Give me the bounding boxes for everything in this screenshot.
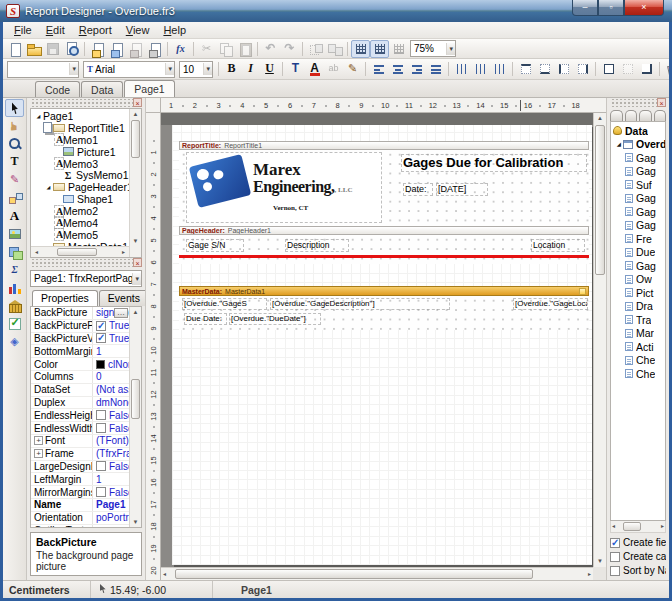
menu-view[interactable]: View — [119, 23, 157, 37]
data-field-item[interactable]: Acti — [611, 340, 665, 354]
band-header-pageheader[interactable]: PageHeader: PageHeader1 — [179, 226, 589, 235]
menu-help[interactable]: Help — [156, 23, 193, 37]
design-hscrollbar[interactable]: ◂ ▸ — [161, 567, 593, 580]
underline-button[interactable]: U — [260, 60, 279, 78]
tab-events[interactable]: Events — [99, 290, 146, 306]
panel-tab[interactable] — [654, 110, 667, 121]
panel-tab[interactable] — [625, 110, 638, 121]
format-copy-tool[interactable]: ✎ — [5, 171, 24, 189]
tab-code[interactable]: Code — [35, 81, 80, 97]
text-rotation-icon[interactable]: T — [286, 60, 305, 78]
bold-button[interactable]: B — [222, 60, 241, 78]
checkbox-icon[interactable] — [96, 487, 106, 497]
highlight-tool[interactable] — [5, 189, 24, 207]
inspector-grip[interactable]: × — [30, 259, 142, 267]
report-tree-hscrollbar[interactable]: ◂ ▸ — [31, 246, 129, 257]
new-report-page-icon[interactable] — [88, 40, 107, 58]
frame-top-icon[interactable] — [516, 60, 535, 78]
report-title-memo[interactable]: Gages Due for Calibration — [401, 154, 587, 172]
property-row-endlesswidth[interactable]: EndlessWidthFalse — [31, 422, 129, 435]
property-row-outlinetext[interactable]: OutlineText — [31, 525, 129, 527]
property-row-endlessheigh[interactable]: EndlessHeighFalse — [31, 409, 129, 422]
gage-sn-memo[interactable]: Gage S/N — [186, 239, 244, 252]
scroll-right-icon[interactable]: ▸ — [118, 247, 129, 257]
band-header-reporttitle[interactable]: ReportTitle: ReportTitle1 — [179, 141, 589, 150]
gage-description-field-memo[interactable]: [Overdue."GageDescription"] — [270, 298, 450, 310]
align-top-icon[interactable] — [452, 60, 471, 78]
property-row-dataset[interactable]: DataSet(Not assign — [31, 384, 129, 397]
expand-icon[interactable]: + — [34, 449, 43, 458]
due-date-label-memo[interactable]: Due Date: — [184, 313, 227, 325]
zoom-select[interactable]: 75%▾ — [410, 40, 456, 57]
property-row-columns[interactable]: Columns0 — [31, 371, 129, 384]
page-settings-icon[interactable] — [145, 40, 164, 58]
ole-object-tool[interactable]: ◈ — [5, 333, 24, 351]
property-row-backpicturevi[interactable]: BackPictureViTrue — [31, 333, 129, 346]
align-justify-icon[interactable] — [426, 60, 445, 78]
description-memo[interactable]: Description — [285, 239, 349, 252]
data-field-item[interactable]: Mar — [611, 327, 665, 341]
dataset-node-overdue[interactable]: ◢Overdu — [611, 138, 665, 152]
expander-icon[interactable]: ◢ — [44, 184, 53, 190]
property-row-color[interactable]: ColorclNone — [31, 358, 129, 371]
select-tool[interactable] — [5, 99, 24, 117]
property-row-backpicture[interactable]: BackPicturesigned)… — [31, 307, 129, 320]
date-label-memo[interactable]: Date: — [403, 183, 433, 196]
tree-item-memo4[interactable]: AMemo4 — [32, 217, 129, 229]
expander-icon[interactable]: ◢ — [34, 113, 43, 119]
italic-button[interactable]: I — [241, 60, 260, 78]
shape-line-object[interactable] — [179, 255, 589, 258]
reporttitle-band[interactable]: Marex Engineering,, LLC Vernon, CT Gages… — [179, 150, 589, 226]
data-field-item[interactable]: Suf — [611, 178, 665, 192]
masterdata-band[interactable]: [Overdue."GageS [Overdue."GageDescriptio… — [179, 296, 589, 330]
tree-item-picture1[interactable]: Picture1 — [32, 146, 129, 158]
band-object-tool[interactable] — [5, 243, 24, 261]
due-date-field-memo[interactable]: [Overdue."DueDate"] — [229, 313, 321, 325]
panel-tab[interactable] — [639, 110, 652, 121]
align-left-icon[interactable] — [369, 60, 388, 78]
tree-item-memo2[interactable]: AMemo2 — [32, 205, 129, 217]
design-vscrollbar[interactable]: ▲ ▼ — [593, 113, 606, 567]
tab-page1[interactable]: Page1 — [124, 80, 174, 97]
pageheader-band[interactable]: Gage S/N Description Location — [179, 235, 589, 264]
scroll-down-icon[interactable]: ▼ — [130, 517, 141, 527]
tree-item-page1[interactable]: ◢Page1 — [32, 110, 129, 122]
fill-color-icon[interactable] — [663, 60, 669, 78]
property-grid-scrollbar[interactable]: ▲ ▼ — [129, 307, 141, 527]
tree-item-shape1[interactable]: Shape1 — [32, 193, 129, 205]
script-icon[interactable]: fx — [171, 40, 190, 58]
data-field-item[interactable]: Gag — [611, 259, 665, 273]
hand-tool[interactable]: ☛ — [5, 117, 24, 135]
report-tree-vscrollbar[interactable]: ▲ ▼ — [129, 109, 141, 257]
menu-edit[interactable]: Edit — [39, 23, 72, 37]
frame-right-icon[interactable] — [573, 60, 592, 78]
scroll-thumb[interactable] — [57, 248, 97, 256]
checkbox-icon[interactable] — [610, 566, 620, 576]
dropdown-arrow-icon[interactable]: ▾ — [203, 63, 212, 75]
scroll-up-icon[interactable]: ▲ — [130, 109, 141, 119]
scroll-left-icon[interactable]: ◂ — [31, 247, 42, 257]
text-editor-tool[interactable]: T — [5, 153, 24, 171]
align-center-icon[interactable] — [388, 60, 407, 78]
checkbox-icon[interactable] — [96, 321, 106, 331]
font-color-icon[interactable]: A — [305, 60, 324, 78]
menu-file[interactable]: File — [7, 23, 39, 37]
checkbox-object-tool[interactable] — [5, 315, 24, 333]
minimize-button[interactable]: – — [572, 0, 598, 16]
new-report-icon[interactable] — [5, 40, 24, 58]
data-field-item[interactable]: Gag — [611, 151, 665, 165]
data-field-item[interactable]: Gag — [611, 219, 665, 233]
barcode-object-tool[interactable] — [5, 297, 24, 315]
scroll-up-icon[interactable]: ▲ — [594, 113, 606, 124]
frame-all-icon[interactable] — [599, 60, 618, 78]
data-root-node[interactable]: Data — [611, 124, 665, 138]
property-row-leftmargin[interactable]: LeftMargin1 — [31, 473, 129, 486]
gage-location-field-memo[interactable]: [Overdue."GageLocati — [513, 298, 588, 310]
tree-item-memo3[interactable]: AMemo3 — [32, 158, 129, 170]
open-report-icon[interactable] — [24, 40, 43, 58]
option-create-field[interactable]: Create field — [610, 537, 666, 548]
report-tree-grip[interactable]: × — [30, 99, 142, 107]
maximize-button[interactable]: ▫ — [598, 0, 624, 16]
show-grid-icon[interactable] — [351, 40, 370, 58]
tree-item-memo5[interactable]: AMemo5 — [32, 229, 129, 241]
